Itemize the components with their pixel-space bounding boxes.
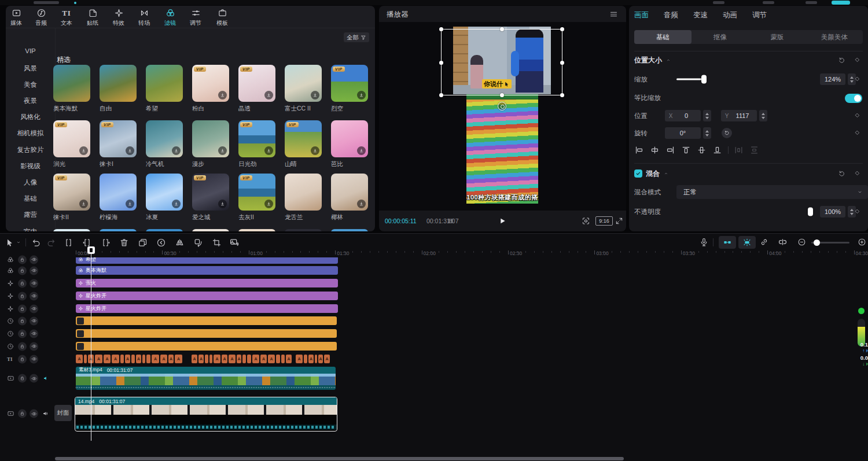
clip-text-segment[interactable] xyxy=(146,355,150,363)
lock-icon[interactable] xyxy=(18,410,27,418)
category-item[interactable]: 美食 xyxy=(6,80,55,89)
eye-icon[interactable] xyxy=(30,329,38,338)
eye-icon[interactable] xyxy=(30,255,38,264)
download-icon[interactable] xyxy=(311,91,319,99)
align-center-h-icon[interactable] xyxy=(650,145,660,155)
filter-card[interactable]: 自由 xyxy=(100,65,137,113)
download-icon[interactable] xyxy=(126,146,134,155)
keyframe-icon[interactable] xyxy=(854,112,860,119)
download-icon[interactable] xyxy=(218,200,227,208)
lock-icon[interactable] xyxy=(18,342,27,351)
clip-text-segment[interactable] xyxy=(84,355,87,363)
cover-button[interactable]: 封面 xyxy=(54,405,72,421)
category-item[interactable]: 基础 xyxy=(6,194,55,203)
clip-text-segment[interactable]: A xyxy=(112,355,119,363)
selection-handle[interactable] xyxy=(560,27,564,31)
blend-mode-dropdown[interactable]: 正常 xyxy=(676,185,868,199)
filter-card[interactable]: VIP晶透 xyxy=(238,65,275,113)
category-item[interactable]: 风景 xyxy=(6,64,55,73)
clip-text-segment[interactable] xyxy=(315,355,317,363)
align-bottom-icon[interactable] xyxy=(712,145,722,155)
blend-checkbox[interactable] xyxy=(634,169,642,178)
fullscreen-icon[interactable] xyxy=(615,217,623,225)
clip-video-overlay[interactable]: 素材3.mp4 00:01:31:07 xyxy=(76,367,336,390)
download-icon[interactable] xyxy=(79,200,88,208)
clip-text-segment[interactable]: A xyxy=(125,355,130,363)
rotate-field[interactable]: 0° xyxy=(665,127,701,139)
clip-text-segment[interactable]: A xyxy=(296,355,303,363)
category-item[interactable]: 露营 xyxy=(6,211,55,219)
clip-sticker[interactable] xyxy=(76,316,337,325)
filter-card[interactable]: VIP日光劲 xyxy=(238,120,275,168)
download-icon[interactable] xyxy=(311,146,319,155)
rotate-stepper[interactable] xyxy=(703,127,711,139)
filter-card[interactable]: 龙舌兰 xyxy=(285,174,322,222)
selection-handle[interactable] xyxy=(560,61,564,65)
scale-value[interactable]: 124% xyxy=(820,73,845,85)
filter-thumbnail[interactable]: VIP xyxy=(192,65,229,102)
scale-slider[interactable] xyxy=(676,73,815,85)
clip-filter[interactable]: 奥本海默 xyxy=(76,266,338,275)
filter-thumbnail[interactable]: VIP xyxy=(331,65,368,102)
clip-text-segment[interactable] xyxy=(142,355,145,363)
clip-text-segment[interactable]: A xyxy=(76,355,83,363)
keyframe-icon[interactable] xyxy=(854,76,860,82)
filter-thumbnail[interactable]: VIP xyxy=(53,120,90,157)
position-y-stepper[interactable] xyxy=(759,110,767,121)
filter-card[interactable]: VIP烈空 xyxy=(331,65,368,113)
mute-icon[interactable] xyxy=(41,374,50,383)
eye-icon[interactable] xyxy=(30,342,38,351)
filter-card[interactable]: VIP徕卡II xyxy=(53,174,90,222)
clip-text-segment[interactable]: A xyxy=(222,355,227,363)
subtab[interactable]: 基础 xyxy=(634,30,692,44)
top-tab-adjust[interactable]: 调节 xyxy=(183,8,208,27)
speaker-icon[interactable] xyxy=(41,410,50,418)
caret-up-icon[interactable] xyxy=(663,171,669,176)
lock-icon[interactable] xyxy=(18,316,27,325)
filter-card[interactable]: 冰夏 xyxy=(146,174,183,222)
filter-thumbnail[interactable]: VIP xyxy=(192,174,229,211)
clip-text-segment[interactable]: A xyxy=(324,355,330,363)
clip-text-segment[interactable]: A xyxy=(136,355,141,363)
eye-icon[interactable] xyxy=(30,304,38,313)
clip-text-segment[interactable]: A xyxy=(214,355,220,363)
eye-icon[interactable] xyxy=(30,374,38,383)
preview-focus-icon[interactable] xyxy=(582,217,590,226)
clip-sticker[interactable] xyxy=(76,329,337,338)
clip-text-segment[interactable] xyxy=(304,355,307,363)
top-tab-sticker[interactable]: 贴纸 xyxy=(80,8,105,27)
selection-handle[interactable] xyxy=(439,27,443,31)
position-x-field[interactable]: X 0 xyxy=(665,110,701,121)
clip-text-segment[interactable]: A xyxy=(229,355,236,363)
category-item[interactable]: VIP xyxy=(6,47,55,54)
filter-card[interactable]: 芭比 xyxy=(331,120,368,168)
clip-text-segment[interactable]: A xyxy=(237,355,241,363)
clip-effect[interactable]: 萤火 xyxy=(76,279,338,287)
clip-text-segment[interactable] xyxy=(247,355,251,363)
lock-icon[interactable] xyxy=(18,355,27,363)
eye-icon[interactable] xyxy=(30,316,38,325)
clip-text-segment[interactable]: A xyxy=(168,355,174,363)
filter-all-button[interactable]: 全部 xyxy=(344,32,369,42)
panel-tab[interactable]: 音频 xyxy=(664,10,678,20)
download-icon[interactable] xyxy=(264,200,273,208)
aspect-ratio-button[interactable]: 9:16 xyxy=(595,216,613,226)
lock-icon[interactable] xyxy=(18,374,27,383)
selection-handle[interactable] xyxy=(439,93,443,97)
clip-text-segment[interactable]: A xyxy=(318,355,323,363)
clip-text-segment[interactable]: A xyxy=(268,355,275,363)
filter-thumbnail[interactable] xyxy=(100,65,137,102)
lock-icon[interactable] xyxy=(18,255,27,264)
clip-video-main[interactable]: 14.mp4 00:01:31:07 xyxy=(75,397,337,432)
keyframe-icon[interactable] xyxy=(854,57,860,63)
clip-text-segment[interactable]: A xyxy=(152,355,159,363)
lock-icon[interactable] xyxy=(18,266,27,275)
filter-thumbnail[interactable] xyxy=(146,65,183,102)
filter-card[interactable]: 椰林 xyxy=(331,174,368,222)
download-icon[interactable] xyxy=(264,146,273,155)
filter-thumbnail[interactable] xyxy=(285,65,322,102)
align-right-icon[interactable] xyxy=(665,145,675,155)
clip-text-segment[interactable] xyxy=(209,355,212,363)
lock-icon[interactable] xyxy=(18,304,27,313)
align-top-icon[interactable] xyxy=(681,145,691,155)
